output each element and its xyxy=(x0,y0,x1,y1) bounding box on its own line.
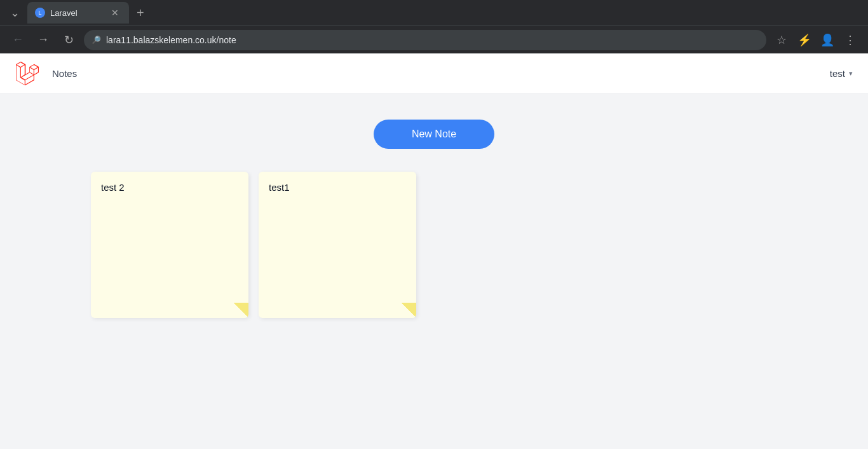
tab-title: Laravel xyxy=(50,8,104,18)
extensions-button[interactable]: ⚡ xyxy=(794,30,815,50)
url-text: lara11.balazskelemen.co.uk/note xyxy=(106,35,236,45)
user-menu[interactable]: test ▾ xyxy=(830,68,853,79)
profile-button[interactable]: 👤 xyxy=(817,30,837,50)
security-icon: 🔎 xyxy=(92,36,101,45)
note-card-0[interactable]: test 2 xyxy=(91,172,248,318)
brand-logo[interactable] xyxy=(15,62,39,86)
bookmark-button[interactable]: ☆ xyxy=(771,30,792,50)
toolbar-right: ☆ ⚡ 👤 ⋮ xyxy=(771,30,860,50)
navbar-nav: Notes xyxy=(52,68,77,79)
username-label: test xyxy=(830,68,845,79)
note-title-0: test 2 xyxy=(101,182,238,193)
tab-bar: ⌄ L Laravel ✕ + xyxy=(0,0,868,25)
forward-button[interactable]: → xyxy=(33,30,53,50)
main-content: New Note test 2 test1 xyxy=(0,94,868,343)
browser-chrome: ⌄ L Laravel ✕ + ← → ↻ 🔎 lara11.balazskel… xyxy=(0,0,868,53)
browser-tab-active[interactable]: L Laravel ✕ xyxy=(27,2,129,24)
app-window: Notes test ▾ New Note test 2 test1 xyxy=(0,53,868,449)
browser-toolbar: ← → ↻ 🔎 lara11.balazskelemen.co.uk/note … xyxy=(0,25,868,53)
back-button[interactable]: ← xyxy=(8,30,28,50)
chevron-down-icon: ▾ xyxy=(849,69,853,78)
navbar: Notes test ▾ xyxy=(0,53,868,94)
nav-link-notes[interactable]: Notes xyxy=(52,68,77,79)
note-title-1: test1 xyxy=(269,182,406,193)
reload-button[interactable]: ↻ xyxy=(58,30,79,50)
address-bar[interactable]: 🔎 lara11.balazskelemen.co.uk/note xyxy=(84,30,766,50)
new-tab-button[interactable]: + xyxy=(132,4,149,22)
laravel-logo-icon xyxy=(15,62,39,86)
tab-list-button[interactable]: ⌄ xyxy=(5,3,25,22)
note-card-1[interactable]: test1 xyxy=(259,172,416,318)
new-note-button[interactable]: New Note xyxy=(374,120,494,149)
menu-button[interactable]: ⋮ xyxy=(840,30,860,50)
tab-favicon: L xyxy=(35,8,45,18)
tab-close-button[interactable]: ✕ xyxy=(109,6,121,19)
notes-grid: test 2 test1 xyxy=(85,172,783,318)
